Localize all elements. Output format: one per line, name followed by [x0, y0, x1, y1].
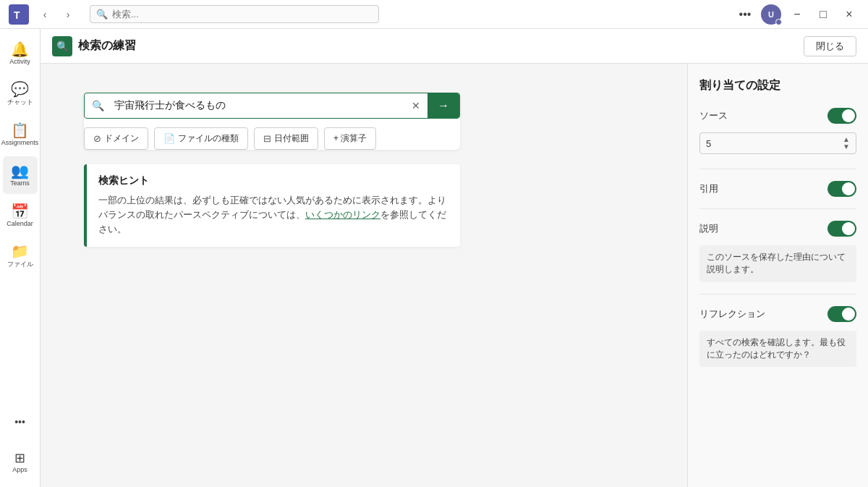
content-area: 🔍 検索の練習 閉じる 🔍 ✕ → ⊘: [41, 29, 868, 487]
domain-icon: ⊘: [93, 133, 101, 144]
assignments-icon: 📋: [11, 123, 29, 137]
sidebar-item-files[interactable]: 📁 ファイル: [3, 237, 38, 275]
filter-filetype-label: ファイルの種類: [178, 132, 239, 145]
setting-source: ソース 5 ▲ ▼: [699, 108, 856, 154]
number-input: 5 ▲ ▼: [699, 132, 856, 154]
setting-reflection-label: リフレクション: [699, 308, 765, 321]
avatar[interactable]: U: [761, 4, 781, 25]
setting-description-text: このソースを保存した理由について説明します。: [699, 245, 856, 282]
setting-reflection: リフレクション すべての検索を確認します。最も役に立ったのはどれですか？: [699, 306, 856, 368]
search-go-button[interactable]: →: [427, 93, 459, 118]
sidebar-item-chat-label: チャット: [7, 98, 33, 107]
title-bar: T ‹ › 🔍 ••• U − □ ×: [0, 0, 868, 29]
divider-2: [699, 208, 856, 209]
teams-logo: T: [9, 4, 29, 25]
filter-operator[interactable]: + 演算子: [324, 127, 376, 150]
setting-quote: 引用: [699, 181, 856, 197]
search-clear-button[interactable]: ✕: [404, 94, 427, 117]
teams-icon: 👥: [11, 164, 29, 178]
filter-operator-label: + 演算子: [333, 132, 367, 145]
setting-quote-toggle[interactable]: [827, 181, 856, 197]
chat-icon: 💬: [11, 82, 29, 96]
apps-icon: ⊞: [14, 452, 25, 465]
number-value: 5: [706, 138, 711, 149]
number-down-button[interactable]: ▼: [843, 143, 850, 151]
page-title: 検索の練習: [78, 38, 136, 54]
forward-button[interactable]: ›: [58, 4, 78, 25]
sidebar-item-activity-label: Activity: [9, 58, 30, 65]
setting-reflection-toggle[interactable]: [827, 306, 856, 322]
global-search-input[interactable]: [112, 9, 373, 20]
search-widget-input[interactable]: [111, 94, 404, 117]
daterange-icon: ⊟: [263, 133, 271, 144]
filetype-icon: 📄: [163, 133, 175, 144]
divider-1: [699, 169, 856, 169]
page-header: 🔍 検索の練習 閉じる: [41, 29, 868, 64]
number-arrows: ▲ ▼: [843, 136, 850, 151]
divider-3: [699, 294, 856, 295]
search-widget-icon: 🔍: [85, 94, 111, 117]
sidebar-item-activity[interactable]: 🔔 Activity: [3, 35, 38, 72]
sidebar-item-teams[interactable]: 👥 Teams: [3, 156, 38, 194]
right-panel: 割り当ての設定 ソース 5 ▲ ▼: [687, 64, 868, 487]
filter-filetype[interactable]: 📄 ファイルの種類: [154, 127, 248, 150]
hint-title: 検索ヒント: [98, 174, 448, 187]
calendar-icon: 📅: [11, 204, 29, 219]
hint-text: 一部の上位の結果は、必ずしも正確ではない人気があるために表示されます。よりバラン…: [98, 193, 448, 237]
setting-description-toggle[interactable]: [827, 221, 856, 237]
setting-reflection-row: リフレクション: [699, 306, 856, 322]
minimize-button[interactable]: −: [787, 4, 807, 25]
filter-domain-label: ドメイン: [104, 132, 139, 145]
sidebar-item-apps-label: Apps: [12, 466, 27, 473]
more-options-button[interactable]: •••: [735, 4, 755, 25]
main-layout: 🔔 Activity 💬 チャット 📋 Assignments 👥 Teams …: [0, 29, 868, 487]
sidebar-item-more[interactable]: •••: [3, 403, 38, 441]
activity-icon: 🔔: [11, 42, 29, 56]
filter-daterange-label: 日付範囲: [274, 132, 309, 145]
filter-daterange[interactable]: ⊟ 日付範囲: [254, 127, 318, 150]
hint-link[interactable]: いくつかのリンク: [305, 210, 380, 220]
search-widget: 🔍 ✕ → ⊘ ドメイン 📄 ファイルの種類: [84, 93, 460, 150]
setting-quote-row: 引用: [699, 181, 856, 197]
right-panel-title: 割り当ての設定: [699, 78, 856, 93]
close-page-button[interactable]: 閉じる: [804, 36, 856, 56]
sidebar-item-calendar-label: Calendar: [7, 220, 33, 227]
setting-description-label: 説明: [699, 222, 718, 235]
two-panel: 🔍 ✕ → ⊘ ドメイン 📄 ファイルの種類: [41, 64, 868, 487]
search-filters: ⊘ ドメイン 📄 ファイルの種類 ⊟ 日付範囲 + 演算子: [84, 127, 460, 150]
nav-buttons: ‹ ›: [35, 4, 78, 25]
sidebar-item-assignments[interactable]: 📋 Assignments: [3, 116, 38, 153]
close-window-button[interactable]: ×: [839, 4, 859, 25]
sidebar-item-files-label: ファイル: [7, 260, 33, 269]
filter-domain[interactable]: ⊘ ドメイン: [84, 127, 148, 150]
sidebar-item-chat[interactable]: 💬 チャット: [3, 75, 38, 113]
search-icon: 🔍: [96, 9, 108, 20]
hint-box: 検索ヒント 一部の上位の結果は、必ずしも正確ではない人気があるために表示されます…: [84, 164, 460, 247]
back-button[interactable]: ‹: [35, 4, 55, 25]
sidebar-item-calendar[interactable]: 📅 Calendar: [3, 197, 38, 234]
page-icon: 🔍: [52, 36, 72, 56]
global-search-bar[interactable]: 🔍: [90, 5, 379, 23]
sidebar-item-assignments-label: Assignments: [1, 139, 39, 146]
setting-source-row: ソース: [699, 108, 856, 124]
setting-quote-label: 引用: [699, 182, 718, 195]
avatar-status-badge: [775, 19, 782, 25]
setting-source-label: ソース: [699, 109, 728, 122]
maximize-button[interactable]: □: [813, 4, 833, 25]
left-panel: 🔍 ✕ → ⊘ ドメイン 📄 ファイルの種類: [41, 64, 687, 487]
svg-text:T: T: [14, 9, 20, 21]
files-icon: 📁: [11, 244, 29, 258]
sidebar-item-apps[interactable]: ⊞ Apps: [3, 444, 38, 481]
setting-description: 説明 このソースを保存した理由について説明します。: [699, 221, 856, 282]
more-icon: •••: [14, 417, 25, 427]
setting-reflection-text: すべての検索を確認します。最も役に立ったのはどれですか？: [699, 331, 856, 368]
search-input-row: 🔍 ✕ →: [84, 93, 460, 119]
sidebar: 🔔 Activity 💬 チャット 📋 Assignments 👥 Teams …: [0, 29, 41, 487]
setting-description-row: 説明: [699, 221, 856, 237]
sidebar-item-teams-label: Teams: [10, 179, 30, 187]
window-actions: ••• U − □ ×: [735, 4, 859, 25]
page-header-left: 🔍 検索の練習: [52, 36, 136, 56]
setting-source-toggle[interactable]: [827, 108, 856, 124]
